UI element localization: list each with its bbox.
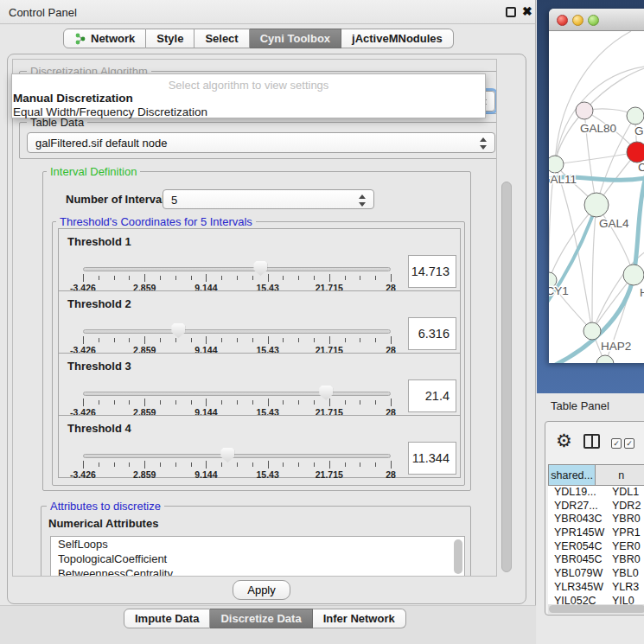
network-edge[interactable] (549, 205, 596, 280)
slider-thumb[interactable] (171, 323, 185, 338)
table-row[interactable]: YLR345WYLR3 (548, 581, 644, 595)
cell-shared-name: YDR27... (548, 500, 608, 513)
table-row[interactable]: YPR145WYPR1 (548, 526, 644, 540)
slider-tick-label: 9.144 (180, 469, 232, 480)
threshold-value-field[interactable]: 11.344 (408, 442, 456, 475)
slider-tick (175, 462, 176, 467)
slider-tick (360, 276, 360, 280)
slider-tick (221, 462, 222, 467)
slider-tick (206, 274, 207, 282)
cell-shared-name: YLR345W (548, 581, 608, 595)
list-scrollbar[interactable] (454, 539, 462, 574)
tab-style[interactable]: Style (146, 29, 194, 48)
combo-value: galFiltered.sif default node (35, 137, 167, 150)
cell-shared-name: YPR145W (548, 526, 608, 540)
threshold-value-field[interactable]: 21.4 (408, 379, 456, 412)
network-node[interactable] (584, 193, 609, 217)
interval-definition-group: Interval Definition Number of Intervals … (42, 171, 471, 491)
network-node[interactable] (627, 142, 644, 163)
table-row[interactable]: YDL19...YDL1 (548, 486, 644, 500)
network-window-titlebar[interactable] (549, 9, 644, 31)
attribute-item[interactable]: TopologicalCoefficient (51, 552, 464, 566)
tab-select[interactable]: Select (194, 29, 249, 48)
threshold-value-field[interactable]: 6.316 (408, 317, 456, 350)
network-node-label: H (640, 286, 644, 299)
tab-discretize-data[interactable]: Discretize Data (210, 609, 312, 628)
attribute-item[interactable]: BetweennessCentrality (51, 566, 464, 577)
slider-track[interactable] (83, 392, 391, 396)
dropdown-item-manual-discretization[interactable]: Manual Discretization (13, 92, 133, 105)
number-of-intervals-combobox[interactable]: 5 (163, 189, 374, 209)
table-row[interactable]: YIL052CYIL0 (548, 595, 644, 605)
table-hscrollbar[interactable] (548, 604, 644, 614)
slider-tick-label: 15.43 (242, 469, 294, 480)
tab-cyni-toolbox[interactable]: Cyni Toolbox (250, 29, 341, 48)
column-header-name[interactable]: n (596, 464, 644, 486)
panel-scrollbar-thumb[interactable] (501, 182, 512, 572)
table-row[interactable]: YER054CYER0 (548, 540, 644, 554)
network-node[interactable] (583, 322, 601, 340)
network-canvas[interactable]: GAL80GCGAL11GAL4HGCY1HAP2 (549, 31, 644, 363)
attribute-item[interactable]: SelfLoops (51, 537, 464, 552)
network-node[interactable] (549, 156, 564, 173)
panel-scrollbar[interactable] (498, 59, 515, 577)
minimize-traffic-light-icon[interactable] (572, 15, 583, 26)
table-row[interactable]: YDR27...YDR2 (548, 500, 644, 513)
table-data-combobox[interactable]: galFiltered.sif default node (27, 132, 495, 153)
tab-label: Style (156, 29, 183, 48)
numerical-attributes-list: SelfLoopsTopologicalCoefficientBetweenne… (50, 536, 465, 577)
attributes-group: Attributes to discretize Numerical Attri… (41, 506, 471, 577)
slider-tick (191, 276, 192, 280)
slider-track[interactable] (83, 267, 391, 271)
dropdown-item-equal-width-frequency[interactable]: Equal Width/Frequency Discretization (13, 105, 207, 118)
slider-thumb[interactable] (253, 261, 267, 276)
combo-stepper-icon (480, 137, 488, 150)
cell-name: YBL0 (608, 567, 644, 581)
cell-shared-name: YDL19... (548, 486, 608, 500)
slider-thumb[interactable] (220, 448, 234, 462)
table-hscrollbar-thumb[interactable] (549, 605, 644, 613)
slider-tick (83, 274, 84, 282)
table-row[interactable]: YBL079WYBL0 (548, 567, 644, 581)
slider-tick-label: -3.426 (57, 469, 109, 480)
slider-tick (314, 400, 315, 405)
close-icon[interactable]: ✖ (522, 4, 532, 18)
slider-tick (314, 276, 315, 280)
slider-tick (99, 400, 99, 405)
network-edge[interactable] (592, 205, 596, 331)
network-node[interactable] (623, 265, 644, 285)
slider-thumb[interactable] (319, 386, 333, 400)
close-traffic-light-icon[interactable] (557, 15, 568, 26)
column-header-shared-name[interactable]: shared... (548, 464, 596, 486)
float-window-icon[interactable] (506, 7, 516, 17)
slider-tick (298, 276, 299, 280)
slider-tick (114, 462, 115, 467)
table-row[interactable]: YBR045CYBR0 (548, 553, 644, 567)
network-edge[interactable] (555, 164, 592, 331)
cell-shared-name: YBR043C (548, 513, 608, 526)
network-edge[interactable] (555, 152, 637, 164)
network-edge[interactable] (584, 66, 644, 111)
slider-tick (160, 338, 161, 342)
split-columns-icon[interactable] (583, 434, 600, 449)
table-row[interactable]: YBR043CYBR0 (548, 513, 644, 526)
tab-impute-data[interactable]: Impute Data (124, 609, 210, 628)
checkbox-icon[interactable]: ✓ (611, 438, 622, 449)
tab-infer-network[interactable]: Infer Network (313, 609, 406, 628)
slider-tick (252, 462, 253, 467)
gear-icon[interactable]: ⚙ (556, 430, 572, 451)
tab-jactivemnodules[interactable]: jActiveMNodules (341, 29, 454, 48)
zoom-traffic-light-icon[interactable] (588, 15, 599, 26)
threshold-value-field[interactable]: 14.713 (408, 255, 456, 288)
tab-label: Select (205, 29, 238, 48)
slider-tick (268, 274, 269, 282)
checkbox-icon[interactable]: ✓ (624, 438, 634, 449)
slider-track[interactable] (83, 329, 391, 334)
apply-button[interactable]: Apply (233, 580, 290, 600)
network-node[interactable] (627, 107, 644, 124)
network-node[interactable] (596, 355, 614, 363)
tab-network[interactable]: Network (63, 29, 146, 48)
slider-track[interactable] (83, 454, 391, 458)
network-node[interactable] (576, 102, 593, 119)
slider-tick (191, 462, 192, 467)
